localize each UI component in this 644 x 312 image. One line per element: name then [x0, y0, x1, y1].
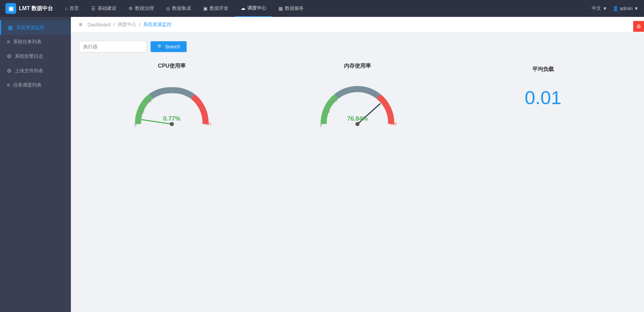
sidebar: ▦ 系统资源监控 ≡ 系统任务列表 ⚙ 系统告警日志 ⚙ 上传文件列表 ≡ 任务… [0, 17, 71, 312]
scheduler-icon: ☁ [241, 5, 245, 11]
data-governance-icon: ⚙ [129, 6, 133, 11]
sidebar-item-task-list[interactable]: ≡ 系统任务列表 [0, 35, 71, 49]
search-icon: 🔍 [157, 44, 163, 49]
sidebar-item-task-schedule[interactable]: ≡ 任务调度列表 [0, 78, 71, 92]
cpu-gauge-title: CPU使用率 [158, 63, 186, 70]
task-schedule-icon: ≡ [7, 82, 10, 88]
sidebar-item-alert-log[interactable]: ⚙ 系统告警日志 [0, 49, 71, 64]
nav-item-data-service[interactable]: ▦ 数据服务 [273, 0, 309, 17]
content-area: 🔍 Search CPU使用率 [71, 33, 644, 137]
svg-text:70: 70 [187, 92, 191, 96]
svg-text:0.77%: 0.77% [163, 115, 180, 122]
user-dropdown-icon: ▼ [634, 6, 639, 11]
nav-menu: ⌂ 首页 ☰ 基础建设 ⚙ 数据治理 ◎ 数据集成 ▣ 数据开发 ☁ 调度中心 … [59, 0, 592, 17]
svg-text:50: 50 [357, 88, 361, 92]
logo-area: ▣ LMT 数据中台 [5, 3, 59, 14]
data-service-icon: ▦ [278, 6, 283, 11]
cpu-gauge-visual: 0 10 20 30 40 50 60 [128, 75, 216, 129]
svg-text:100: 100 [205, 122, 211, 126]
top-navigation: ▣ LMT 数据中台 ⌂ 首页 ☰ 基础建设 ⚙ 数据治理 ◎ 数据集成 ▣ 数… [0, 0, 644, 17]
menu-toggle-icon[interactable]: ≡ [79, 22, 82, 28]
user-menu[interactable]: 👤 admin ▼ [613, 6, 639, 11]
avg-load-section: 平均负载 0.01 [450, 63, 636, 109]
svg-text:20: 20 [147, 99, 151, 103]
svg-text:0: 0 [320, 123, 322, 127]
svg-text:80: 80 [194, 99, 198, 103]
gauges-row: CPU使用率 [79, 63, 636, 129]
nav-item-infrastructure[interactable]: ☰ 基础建设 [86, 0, 122, 17]
alert-log-icon: ⚙ [7, 53, 11, 59]
svg-text:70: 70 [372, 92, 376, 96]
svg-point-12 [170, 122, 174, 126]
memory-gauge-title: 内存使用率 [344, 63, 371, 70]
sidebar-item-system-monitor[interactable]: ▦ 系统资源监控 [0, 20, 71, 35]
svg-text:60: 60 [365, 89, 369, 93]
svg-text:50: 50 [172, 88, 176, 92]
user-icon: 👤 [613, 6, 618, 11]
svg-text:90: 90 [200, 108, 204, 112]
nav-right: 中文 ▼ 👤 admin ▼ [592, 5, 639, 11]
upload-list-icon: ⚙ [7, 68, 11, 74]
svg-text:40: 40 [165, 89, 169, 93]
system-monitor-icon: ▦ [8, 24, 13, 31]
alert-icon: ⚙ [636, 23, 641, 30]
svg-text:0: 0 [134, 123, 136, 127]
breadcrumb: ≡ Dashboard / 调度中心 / 系统资源监控 [71, 17, 644, 33]
executor-search-input[interactable] [79, 41, 146, 52]
svg-text:80: 80 [380, 99, 384, 103]
svg-text:60: 60 [179, 89, 183, 93]
svg-text:100: 100 [391, 122, 397, 126]
language-selector[interactable]: 中文 ▼ [592, 5, 607, 11]
svg-point-26 [355, 122, 359, 126]
svg-text:20: 20 [333, 99, 337, 103]
page-layout: ▦ 系统资源监控 ≡ 系统任务列表 ⚙ 系统告警日志 ⚙ 上传文件列表 ≡ 任务… [0, 17, 644, 312]
dropdown-icon: ▼ [602, 6, 607, 11]
infrastructure-icon: ☰ [91, 6, 96, 11]
svg-text:30: 30 [157, 91, 161, 95]
main-content: ≡ Dashboard / 调度中心 / 系统资源监控 ⚙ 🔍 Search [71, 17, 644, 312]
svg-text:40: 40 [350, 89, 354, 93]
nav-item-data-integration[interactable]: ◎ 数据集成 [161, 0, 196, 17]
home-icon: ⌂ [65, 6, 68, 11]
sidebar-item-upload-list[interactable]: ⚙ 上传文件列表 [0, 64, 71, 78]
nav-item-home[interactable]: ⌂ 首页 [59, 0, 84, 17]
search-row: 🔍 Search [79, 41, 636, 52]
alert-button[interactable]: ⚙ [633, 21, 644, 32]
svg-text:10: 10 [326, 110, 330, 114]
memory-gauge-visual: 0 10 20 30 40 50 60 70 80 90 100 [314, 75, 401, 129]
nav-item-data-dev[interactable]: ▣ 数据开发 [198, 0, 234, 17]
search-button[interactable]: 🔍 Search [151, 41, 187, 52]
data-integration-icon: ◎ [166, 6, 170, 11]
nav-item-scheduler[interactable]: ☁ 调度中心 [235, 0, 272, 17]
cpu-gauge-section: CPU使用率 [79, 63, 265, 129]
svg-text:90: 90 [386, 108, 390, 112]
memory-gauge-section: 内存使用率 0 10 20 [265, 63, 450, 129]
svg-text:30: 30 [343, 91, 347, 95]
avg-load-title: 平均负载 [532, 66, 554, 73]
task-list-icon: ≡ [7, 39, 10, 45]
logo-icon: ▣ [5, 3, 16, 14]
avg-load-value: 0.01 [525, 87, 562, 109]
svg-text:10: 10 [140, 110, 144, 114]
nav-item-data-governance[interactable]: ⚙ 数据治理 [123, 0, 159, 17]
data-dev-icon: ▣ [203, 6, 208, 11]
svg-text:76.84%: 76.84% [347, 115, 368, 122]
logo-text: LMT 数据中台 [19, 5, 53, 12]
